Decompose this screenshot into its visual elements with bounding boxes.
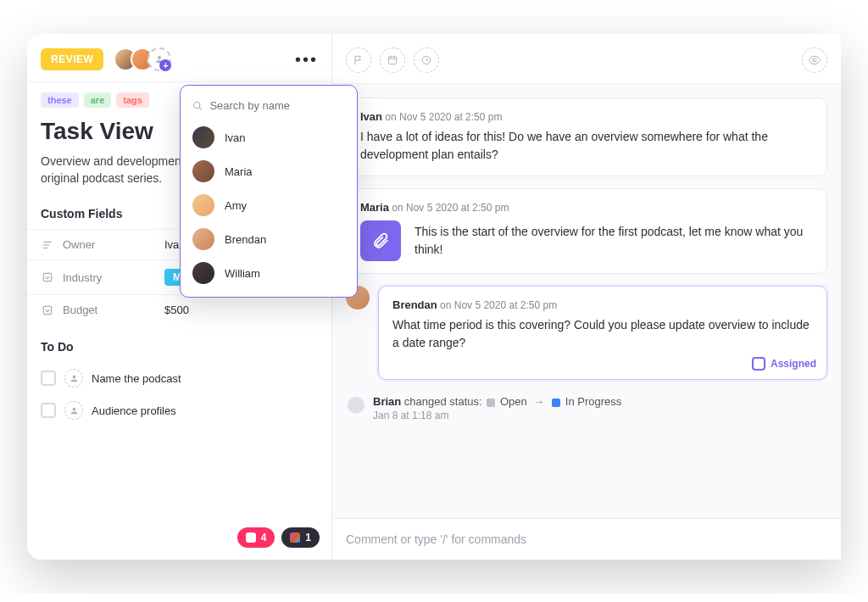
comment-author: Ivan <box>360 110 382 123</box>
todo-label: Name the podcast <box>92 372 181 385</box>
left-topbar: REVIEW ••• <box>27 34 331 81</box>
activity-pane: Ivan on Nov 5 2020 at 2:50 pm I have a l… <box>332 34 841 560</box>
composer-placeholder: Comment or type '/' for commands <box>346 532 827 546</box>
svg-rect-4 <box>43 306 51 314</box>
todo-item[interactable]: Audience profiles <box>27 394 331 426</box>
dropdown-icon <box>41 304 54 316</box>
avatar <box>192 160 214 182</box>
status-from: Open <box>500 395 527 408</box>
arrow-icon: → <box>530 395 547 408</box>
invision-count: 4 <box>261 532 267 543</box>
checkbox[interactable] <box>41 403 56 418</box>
time-button[interactable] <box>414 47 439 73</box>
todo-item[interactable]: Name the podcast <box>27 362 331 394</box>
status-to-chip <box>552 399 560 407</box>
comment-body: What time period is this covering? Could… <box>392 316 813 352</box>
right-topbar <box>332 34 841 84</box>
figma-pill[interactable]: 1 <box>281 527 320 548</box>
activity-actor: Brian <box>373 395 401 408</box>
status-from-chip <box>487 399 495 407</box>
integration-pills: 4 1 <box>237 527 320 548</box>
checkbox[interactable] <box>41 371 56 386</box>
assignee-avatars <box>114 47 171 71</box>
comment-with-avatar: Brendan on Nov 5 2020 at 2:50 pm What ti… <box>346 286 827 380</box>
svg-point-10 <box>813 59 816 62</box>
tag[interactable]: tags <box>116 92 149 108</box>
people-search-row <box>181 92 357 120</box>
person-name: Maria <box>225 165 253 178</box>
field-value[interactable]: $500 <box>164 304 189 316</box>
figma-icon <box>290 532 300 543</box>
comment[interactable]: Maria on Nov 5 2020 at 2:50 pm This is t… <box>346 188 827 274</box>
app-window: REVIEW ••• Ivan Maria Amy Brendan Willia… <box>27 34 841 560</box>
activity-timestamp: Jan 8 at 1:18 am <box>373 410 621 421</box>
todo-heading: To Do <box>27 337 331 362</box>
activity-text: Brian changed status: Open → In Progress <box>373 395 621 408</box>
people-dropdown: Ivan Maria Amy Brendan William <box>180 85 358 298</box>
invision-pill[interactable]: 4 <box>237 527 275 548</box>
attachment-icon[interactable] <box>360 220 401 261</box>
avatar <box>192 126 214 148</box>
date-button[interactable] <box>380 47 405 73</box>
comment-composer[interactable]: Comment or type '/' for commands <box>332 518 841 560</box>
comment-header: Ivan on Nov 5 2020 at 2:50 pm <box>360 110 813 123</box>
comment-timestamp: on Nov 5 2020 at 2:50 pm <box>440 299 557 311</box>
field-budget: Budget $500 <box>27 294 331 325</box>
avatar <box>192 228 214 250</box>
field-label: Owner <box>63 238 164 251</box>
assigned-label: Assigned <box>771 358 816 370</box>
assign-person-icon[interactable] <box>64 369 83 387</box>
people-option[interactable]: Ivan <box>181 120 357 154</box>
comment-author: Brendan <box>392 298 437 311</box>
comment-body: This is the start of the overview for th… <box>415 223 813 259</box>
people-search-input[interactable] <box>209 99 345 112</box>
comment-header: Maria on Nov 5 2020 at 2:50 pm <box>360 201 813 214</box>
person-icon <box>154 54 164 64</box>
assign-person-icon[interactable] <box>64 401 83 420</box>
avatar <box>192 194 214 216</box>
comment[interactable]: Ivan on Nov 5 2020 at 2:50 pm I have a l… <box>346 98 827 176</box>
people-option[interactable]: Amy <box>181 188 357 222</box>
clock-icon <box>420 54 432 66</box>
activity-event: Brian changed status: Open → In Progress… <box>346 392 827 425</box>
dropdown-icon <box>41 271 54 283</box>
person-name: William <box>225 267 260 280</box>
comment-timestamp: on Nov 5 2020 at 2:50 pm <box>392 202 509 214</box>
svg-rect-3 <box>43 274 51 281</box>
search-icon <box>192 100 203 112</box>
comment-header: Brendan on Nov 5 2020 at 2:50 pm <box>392 298 813 311</box>
comment-feed: Ivan on Nov 5 2020 at 2:50 pm I have a l… <box>332 84 841 518</box>
flag-button[interactable] <box>346 47 371 73</box>
tag[interactable]: these <box>41 92 79 108</box>
watch-button[interactable] <box>802 47 827 73</box>
assigned-chip[interactable]: Assigned <box>752 357 816 371</box>
figma-count: 1 <box>305 532 311 543</box>
activity-action: changed status: <box>404 395 482 408</box>
svg-rect-5 <box>388 57 396 64</box>
people-option[interactable]: William <box>181 256 357 290</box>
add-assignee-button[interactable] <box>147 47 171 71</box>
person-name: Brendan <box>225 233 266 246</box>
status-badge[interactable]: REVIEW <box>41 48 103 70</box>
comment-assigned[interactable]: Brendan on Nov 5 2020 at 2:50 pm What ti… <box>378 286 827 380</box>
eye-icon <box>808 53 821 67</box>
more-menu-button[interactable]: ••• <box>295 50 318 70</box>
attachment-row: This is the start of the overview for th… <box>360 220 813 261</box>
avatar <box>348 397 364 414</box>
field-label: Industry <box>63 271 164 284</box>
flag-icon <box>353 54 364 66</box>
status-to: In Progress <box>565 395 621 408</box>
tag[interactable]: are <box>84 92 112 108</box>
field-label: Budget <box>63 304 164 316</box>
people-option[interactable]: Maria <box>181 154 357 188</box>
comment-body: I have a lot of ideas for this! Do we ha… <box>360 128 813 164</box>
comment-timestamp: on Nov 5 2020 at 2:50 pm <box>385 111 502 123</box>
person-name: Amy <box>225 199 247 212</box>
person-name: Ivan <box>225 131 246 144</box>
comment-author: Maria <box>360 201 389 214</box>
calendar-icon <box>387 54 398 66</box>
avatar <box>192 262 214 284</box>
people-option[interactable]: Brendan <box>181 222 357 256</box>
checkbox-icon <box>752 357 765 371</box>
invision-icon <box>246 532 256 543</box>
